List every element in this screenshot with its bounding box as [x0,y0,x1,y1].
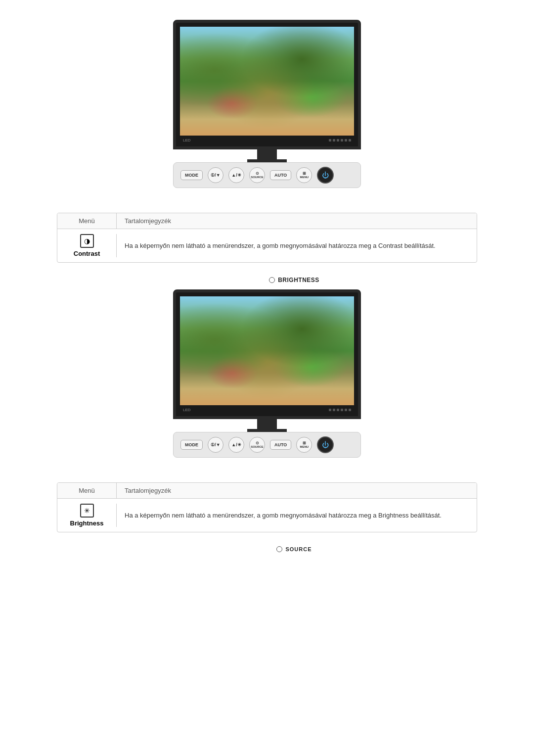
led-label-top: LED [183,138,191,142]
source-icon-bottom: ⊙ [256,441,259,445]
source-circle-icon [276,546,282,552]
source-icon-top: ⊙ [256,172,259,176]
menu-icon-top: ⊞ [303,172,306,176]
contrast-menu-col: ◑ Contrast [57,234,117,257]
dot [345,139,347,142]
dot [349,139,351,142]
brightness-header-content: Tartalomjegyzék [117,483,477,498]
monitor-stand-top [257,149,277,159]
monitor-stand-bottom [257,419,277,429]
controls-bar-bottom: MODE ①/▼ ▲/☀ ⊙ SOURCE AUTO ⊞ MENU ⏻ [173,432,361,458]
contrast-label: Contrast [74,250,100,257]
menu-label-bottom: MENU [300,445,309,448]
dot [341,139,343,142]
brightness-label-text: Brightness [278,277,319,284]
monitor-dots-bottom [329,409,351,411]
brightness-header-menu: Menü [57,483,117,498]
menu-button-bottom[interactable]: ⊞ MENU [296,437,312,453]
monitor-status-bar-top: LED [180,136,354,144]
monitor-top: LED MODE ①/▼ ▲/☀ ⊙ SOURCE AUTO ⊞ MENU ⏻ [173,20,361,188]
source-button-bottom[interactable]: ⊙ SOURCE [249,437,265,453]
screen-image-top [180,27,354,136]
mode-button-bottom[interactable]: MODE [180,440,203,450]
brightness-menu-col: ✳ Brightness [57,504,117,527]
contrast-header-menu: Menü [57,213,117,229]
menu-label-top: MENU [300,176,309,179]
menu-button-top[interactable]: ⊞ MENU [296,167,312,183]
led-label-bottom: LED [183,408,191,412]
source-label-text: SOURCE [285,546,312,552]
monitor-screen-top: LED [173,20,361,149]
contrast-header-content: Tartalomjegyzék [117,213,477,229]
source-label-top: SOURCE [251,176,264,179]
brightness-icon: ✳ [80,504,94,518]
monitor-bottom: LED MODE ①/▼ ▲/☀ ⊙ SOURCE AUTO ⊞ MENU ⏻ [173,289,361,458]
mode-button-top[interactable]: MODE [180,170,203,180]
contrast-content: Ha a képernyőn nem látható a menürendsze… [117,241,477,251]
power-button-bottom[interactable]: ⏻ [317,436,334,453]
contrast-table-header: Menü Tartalomjegyzék [57,213,477,229]
monitor-status-bar-bottom: LED [180,405,354,414]
dot [333,409,335,411]
dot [345,409,347,411]
source-button-top[interactable]: ⊙ SOURCE [249,167,265,183]
contrast-icon: ◑ [80,234,94,248]
source-label-bottom: SOURCE [251,445,264,448]
menu-icon-bottom: ⊞ [303,441,306,445]
screen-image-bottom [180,296,354,405]
dot [337,139,339,142]
brightness-table-header: Menü Tartalomjegyzék [57,483,477,499]
auto-button-top[interactable]: AUTO [270,170,291,180]
brightness-button-bottom[interactable]: ▲/☀ [228,437,244,453]
auto-button-bottom[interactable]: AUTO [270,440,291,450]
monitor-dots-top [329,139,351,142]
power-button-top[interactable]: ⏻ [317,167,334,184]
dot [329,409,331,411]
contrast-table: Menü Tartalomjegyzék ◑ Contrast Ha a kép… [57,213,477,263]
contrast-table-row: ◑ Contrast Ha a képernyőn nem látható a … [57,229,477,262]
nav-down-button-top[interactable]: ①/▼ [208,167,223,183]
brightness-button-top[interactable]: ▲/☀ [228,167,244,183]
dot [333,139,335,142]
controls-bar-top: MODE ①/▼ ▲/☀ ⊙ SOURCE AUTO ⊞ MENU ⏻ [173,162,361,188]
brightness-circle-icon [269,277,275,283]
dot [341,409,343,411]
dot [349,409,351,411]
dot [329,139,331,142]
monitor-screen-bottom: LED [173,289,361,419]
brightness-section-label: Brightness [269,277,319,284]
nav-down-button-bottom[interactable]: ①/▼ [208,437,223,453]
brightness-menu-label: Brightness [70,520,104,527]
source-section-label: SOURCE [276,546,312,552]
brightness-table-row: ✳ Brightness Ha a képernyőn nem látható … [57,499,477,532]
dot [337,409,339,411]
brightness-table: Menü Tartalomjegyzék ✳ Brightness Ha a k… [57,482,477,532]
brightness-content: Ha a képernyőn nem látható a menürendsze… [117,511,477,520]
